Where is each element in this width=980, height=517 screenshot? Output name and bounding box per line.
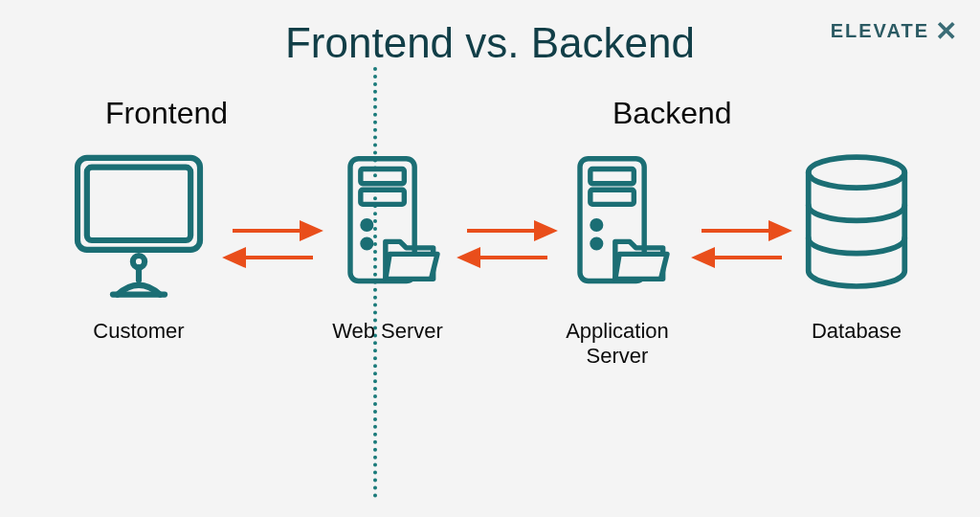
- monitor-icon: [67, 148, 211, 302]
- arrow-right-icon: [467, 223, 553, 238]
- node-database-label: Database: [775, 319, 938, 344]
- section-label-backend: Backend: [612, 96, 732, 131]
- flow-webserver-appserver: [450, 215, 565, 273]
- svg-rect-0: [78, 158, 200, 250]
- arrow-left-icon: [461, 250, 547, 265]
- server-icon: [555, 148, 679, 302]
- node-application-server-label: Application Server: [536, 319, 699, 369]
- section-label-frontend: Frontend: [105, 96, 228, 131]
- svg-rect-11: [590, 190, 635, 204]
- svg-marker-16: [301, 223, 319, 238]
- svg-rect-5: [361, 169, 405, 184]
- svg-point-12: [592, 221, 601, 230]
- flow-customer-webserver: [215, 215, 330, 273]
- database-icon: [790, 148, 924, 302]
- svg-point-13: [592, 239, 601, 248]
- svg-point-14: [809, 157, 905, 188]
- svg-marker-24: [770, 223, 788, 238]
- svg-marker-20: [536, 223, 553, 238]
- svg-marker-18: [227, 250, 244, 265]
- svg-marker-22: [461, 250, 479, 265]
- arrow-left-icon: [227, 250, 313, 265]
- flow-appserver-database: [684, 215, 799, 273]
- node-web-server-label: Web Server: [306, 319, 469, 344]
- node-customer-label: Customer: [57, 319, 220, 344]
- svg-rect-1: [87, 168, 190, 240]
- svg-point-8: [363, 239, 371, 248]
- arrow-right-icon: [233, 223, 319, 238]
- diagram-title: Frontend vs. Backend: [0, 19, 980, 67]
- server-icon: [325, 148, 450, 302]
- node-database: Database: [775, 148, 938, 344]
- node-customer: Customer: [57, 148, 220, 344]
- svg-rect-6: [361, 190, 405, 204]
- svg-marker-26: [696, 250, 713, 265]
- svg-rect-10: [590, 169, 635, 184]
- arrow-right-icon: [702, 223, 788, 238]
- svg-point-7: [363, 221, 371, 230]
- node-web-server: Web Server: [306, 148, 469, 344]
- arrow-left-icon: [696, 250, 782, 265]
